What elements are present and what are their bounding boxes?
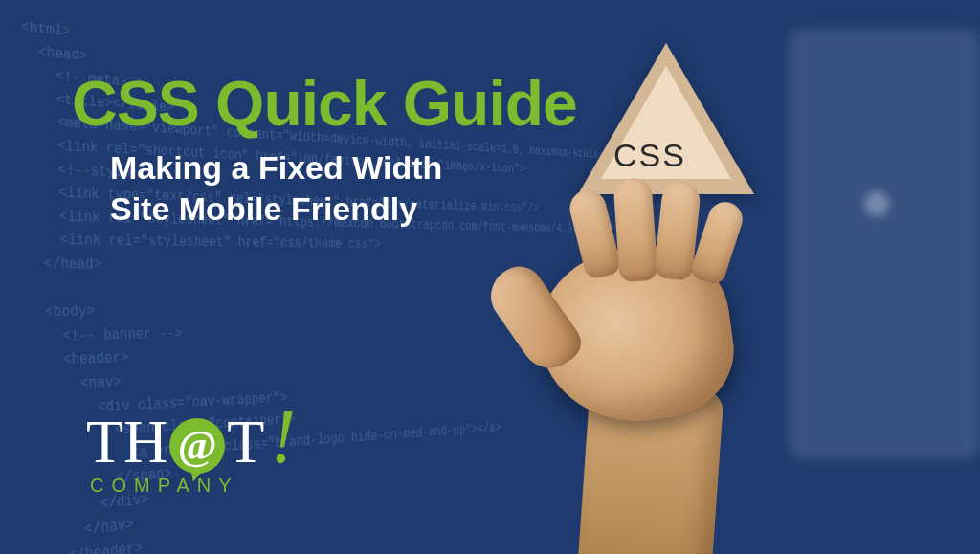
logo-exclamation-icon: ! (270, 398, 296, 475)
finger-middle (612, 177, 657, 283)
logo-at-icon: @ (169, 418, 225, 474)
subtitle-line-1: Making a Fixed Width (110, 149, 442, 186)
hand-illustration: CSS (454, 43, 856, 541)
subtitle: Making a Fixed Width Site Mobile Friendl… (110, 147, 442, 229)
content-area: CSS Quick Guide Making a Fixed Width Sit… (0, 0, 980, 554)
logo-subtext: COMPANY (90, 475, 239, 497)
subtitle-line-2: Site Mobile Friendly (110, 190, 417, 227)
company-logo: TH @ T ! COMPANY (86, 404, 296, 497)
hand-shape (454, 211, 856, 554)
logo-part-th: TH (86, 411, 167, 473)
logo-part-t: T (227, 411, 264, 473)
triangle-label: CSS (592, 137, 707, 174)
logo-main: TH @ T ! (86, 404, 296, 480)
